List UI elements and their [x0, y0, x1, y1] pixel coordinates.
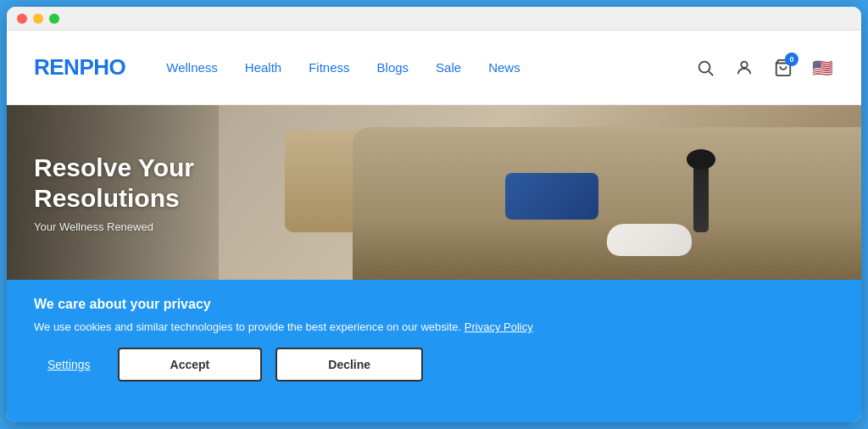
eye-mask-decoration: [607, 224, 692, 256]
cookie-banner-title: We care about your privacy: [34, 297, 834, 312]
svg-point-0: [699, 61, 710, 72]
language-selector[interactable]: 🇺🇸: [810, 56, 834, 80]
hero-subline: Your Wellness Renewed: [34, 220, 194, 233]
cookie-banner-body: We use cookies and similar technologies …: [34, 319, 834, 336]
privacy-policy-link[interactable]: Privacy Policy: [465, 320, 533, 333]
main-nav: Wellness Health Fitness Blogs Sale News: [166, 60, 693, 75]
nav-item-sale[interactable]: Sale: [436, 60, 461, 75]
sofa-decoration: [353, 127, 861, 280]
cart-count-badge: 0: [785, 53, 798, 66]
svg-line-1: [709, 71, 713, 75]
site-header: RENPHO Wellness Health Fitness Blogs Sal…: [7, 31, 861, 105]
search-icon: [696, 58, 715, 77]
search-button[interactable]: [693, 56, 717, 80]
nav-item-blogs[interactable]: Blogs: [377, 60, 409, 75]
cookie-actions: Settings Accept Decline: [34, 348, 834, 382]
user-icon: [735, 58, 754, 77]
cart-button[interactable]: 0: [771, 56, 795, 80]
title-bar: [7, 7, 861, 31]
cookie-banner: We care about your privacy We use cookie…: [7, 280, 861, 422]
hero-headline: Resolve Your Resolutions: [34, 153, 194, 214]
page-content: RENPHO Wellness Health Fitness Blogs Sal…: [7, 31, 861, 422]
nav-item-health[interactable]: Health: [245, 60, 281, 75]
site-logo[interactable]: RENPHO: [34, 54, 125, 81]
nav-item-fitness[interactable]: Fitness: [309, 60, 349, 75]
hero-text-block: Resolve Your Resolutions Your Wellness R…: [34, 153, 194, 233]
svg-point-2: [741, 61, 747, 67]
account-button[interactable]: [732, 56, 756, 80]
massager-head-decoration: [687, 149, 715, 170]
minimize-button[interactable]: [33, 14, 43, 24]
nav-item-news[interactable]: News: [488, 60, 520, 75]
close-button[interactable]: [17, 14, 27, 24]
browser-window: RENPHO Wellness Health Fitness Blogs Sal…: [7, 7, 861, 422]
cookie-accept-button[interactable]: Accept: [118, 348, 263, 382]
cookie-decline-button[interactable]: Decline: [275, 348, 423, 382]
nav-item-wellness[interactable]: Wellness: [166, 60, 218, 75]
header-icons: 0 🇺🇸: [693, 56, 834, 80]
hero-banner: Resolve Your Resolutions Your Wellness R…: [7, 105, 861, 280]
maximize-button[interactable]: [49, 14, 59, 24]
cookie-settings-button[interactable]: Settings: [34, 358, 104, 371]
pillow-decoration: [505, 173, 598, 220]
